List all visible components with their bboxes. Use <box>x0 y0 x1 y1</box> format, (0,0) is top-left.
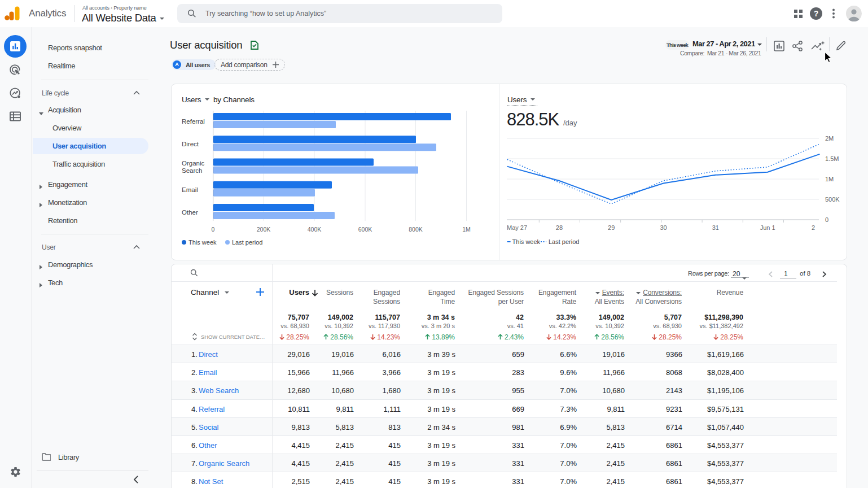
svg-text:500K: 500K <box>825 196 840 203</box>
svg-text:2M: 2M <box>825 135 834 142</box>
svg-text:200K: 200K <box>257 226 271 233</box>
svg-text:2: 2 <box>812 224 815 231</box>
svg-text:800K: 800K <box>409 226 423 233</box>
svg-text:1M: 1M <box>825 176 834 182</box>
svg-text:30: 30 <box>660 224 667 231</box>
svg-text:This week: This week <box>188 239 217 246</box>
svg-text:Last period: Last period <box>549 238 579 245</box>
svg-text:0: 0 <box>212 226 215 233</box>
svg-text:May 27: May 27 <box>507 224 527 231</box>
svg-text:Direct: Direct <box>182 141 199 147</box>
svg-text:400K: 400K <box>308 226 322 233</box>
svg-text:28: 28 <box>556 224 563 231</box>
svg-text:600K: 600K <box>358 226 372 233</box>
svg-text:This week: This week <box>512 238 541 245</box>
svg-text:Search: Search <box>182 167 202 174</box>
svg-text:Other: Other <box>182 209 198 216</box>
svg-text:1.5M: 1.5M <box>825 155 839 162</box>
svg-text:0: 0 <box>825 216 828 223</box>
svg-text:Email: Email <box>182 186 198 193</box>
svg-text:Last period: Last period <box>232 239 262 246</box>
svg-text:31: 31 <box>712 224 719 231</box>
svg-text:1M: 1M <box>462 226 471 233</box>
svg-text:Jun 1: Jun 1 <box>760 224 775 231</box>
svg-text:29: 29 <box>608 224 615 231</box>
svg-text:Referral: Referral <box>182 118 205 125</box>
svg-text:Organic: Organic <box>182 160 205 167</box>
